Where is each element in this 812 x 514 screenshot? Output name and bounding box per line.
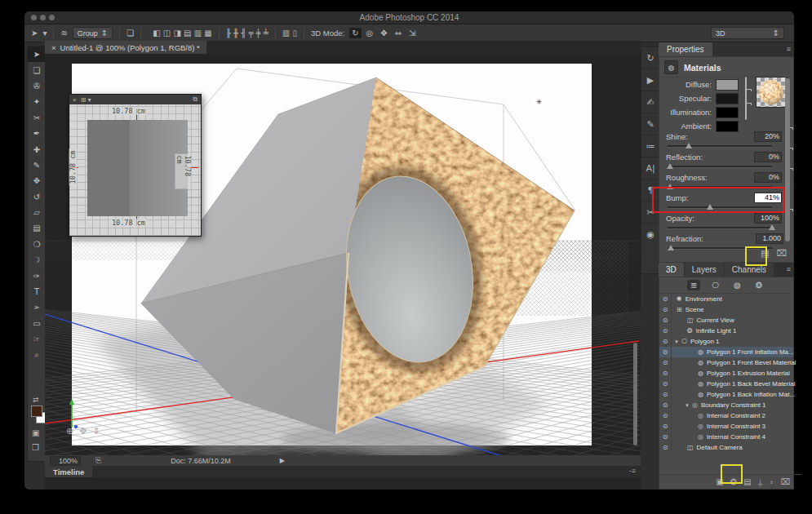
tool-button[interactable]: ➢ <box>28 299 46 315</box>
visibility-eye-icon[interactable]: ⊙ <box>659 368 672 379</box>
scene-tree-row[interactable]: ⊙ ◍ Polygon 1 Back Inflation Mat... <box>659 389 793 400</box>
dock-panel-icon[interactable]: ↻ <box>641 47 659 69</box>
visibility-eye-icon[interactable]: ⊙ <box>659 347 672 357</box>
scene-tree-row[interactable]: ⊙ ⊞ Scene <box>659 304 793 315</box>
mode-icon[interactable]: ◎ <box>364 28 376 38</box>
slider-thumb[interactable] <box>686 143 692 148</box>
scene-filter-icon[interactable]: ⎔ <box>708 280 722 290</box>
mode-icon[interactable]: ⇔ <box>393 28 404 38</box>
mode-icon[interactable]: ↻ <box>349 28 361 38</box>
export-icon[interactable]: ⎘ <box>95 456 101 465</box>
swap-view-icon[interactable]: ⧉ <box>193 95 197 104</box>
tool-button[interactable]: T <box>28 284 46 299</box>
visibility-eye-icon[interactable]: ⊙ <box>659 357 672 368</box>
color-swatch[interactable] <box>716 121 739 132</box>
slider-thumb[interactable] <box>769 224 775 230</box>
scene-filter-icon[interactable]: ◍ <box>730 280 744 290</box>
move-tool-icon[interactable]: ➤ <box>31 29 38 38</box>
tool-button[interactable]: ☽ <box>28 252 46 268</box>
tool-button[interactable]: ↺ <box>28 189 46 205</box>
view-menu-icon[interactable]: ⊞ ▾ <box>81 96 91 104</box>
tool-button[interactable]: ✦ <box>28 94 46 109</box>
tool-button[interactable]: ☞ <box>28 331 46 347</box>
visibility-eye-icon[interactable]: ⊙ <box>659 442 672 453</box>
visibility-eye-icon[interactable]: ⊙ <box>659 294 672 304</box>
scene-filter-icon[interactable]: ❂ <box>752 280 765 290</box>
texture-menu-icon[interactable] <box>745 105 747 120</box>
scene-tree-row[interactable]: ⊙ ✺ Environment <box>659 294 793 304</box>
scene-tree-row[interactable]: ⊙ ◍ Polygon 1 Front Inflation Ma... <box>659 347 793 357</box>
quick-mask-icon[interactable]: ▣ <box>32 428 39 437</box>
tool-button[interactable]: ⌕ <box>28 347 46 362</box>
infinite-light-widget[interactable]: ✳ <box>532 95 546 109</box>
slider-track[interactable] <box>668 145 772 148</box>
orbit-view-icon[interactable]: ⊕ <box>66 426 73 436</box>
mode-icon[interactable]: ⇲ <box>406 28 418 38</box>
slider-value-field[interactable]: 20% <box>754 131 782 142</box>
visibility-eye-icon[interactable]: ⊙ <box>659 315 672 326</box>
dock-panel-icon[interactable]: ✍ <box>641 91 659 113</box>
material-preview-sphere[interactable] <box>756 77 787 108</box>
view-control-icons[interactable]: ⊕ ✥ ⇕ <box>66 426 100 436</box>
mode-icon[interactable]: ✥ <box>378 28 389 38</box>
slider-value-field[interactable]: 100% <box>754 213 782 224</box>
visibility-eye-icon[interactable]: ⊙ <box>659 400 672 410</box>
screen-mode-icon[interactable]: ❐ <box>32 443 39 452</box>
panel-tab[interactable]: 3D <box>659 263 684 277</box>
color-swatch[interactable] <box>716 93 739 104</box>
status-options-arrow-icon[interactable]: ▶ <box>280 457 285 464</box>
dock-panel-icon[interactable]: A| <box>641 157 659 179</box>
zoom-level-field[interactable]: 100% <box>50 456 81 466</box>
properties-tab[interactable]: Properties <box>659 42 712 56</box>
document-tab[interactable]: × Untitled-1 @ 100% (Polygon 1, RGB/8) * <box>45 41 206 54</box>
tool-button[interactable]: ✚ <box>28 141 46 157</box>
scene-tree-row[interactable]: ⊙ ▼ ◎ Boundary Constraint 1 <box>659 400 793 410</box>
tool-button[interactable]: ✥ <box>28 173 46 188</box>
tool-button[interactable]: ✑ <box>28 268 46 283</box>
distribute-icons[interactable]: ╟ ╫ ╢ ╤ ╪ ╧ <box>226 29 268 38</box>
color-swatch[interactable] <box>716 79 739 91</box>
visibility-eye-icon[interactable]: ⊙ <box>659 432 672 442</box>
visibility-eye-icon[interactable]: ⊙ <box>659 389 672 400</box>
footer-icon[interactable]: ⌧ <box>776 248 787 259</box>
visibility-eye-icon[interactable]: ⊙ <box>659 326 672 336</box>
tool-button[interactable]: ✎ <box>28 157 46 173</box>
scene-tree-row[interactable]: ⊙ ◍ Polygon 1 Extrusion Material <box>659 368 793 379</box>
tool-button[interactable]: ❍ <box>28 237 46 252</box>
scene-tree-row[interactable]: ⊙ ❂ Infinite Light 1 <box>659 326 793 336</box>
visibility-eye-icon[interactable]: ⊙ <box>659 304 672 315</box>
dock-panel-icon[interactable]: ✎ <box>641 113 659 135</box>
footer-icon[interactable]: ⌧ <box>780 477 790 487</box>
secondary-view-header[interactable]: × ⊞ ▾ ⧉ <box>69 95 201 104</box>
tool-dropdown-arrow-icon[interactable]: ▾ <box>42 29 47 38</box>
scene-tree-row[interactable]: ⊙ ◍ Polygon 1 Front Bevel Material <box>659 357 793 368</box>
slider-track[interactable] <box>668 227 772 229</box>
foreground-color-swatch[interactable] <box>31 405 42 417</box>
scene-tree-row[interactable]: ⊙ ▼ ⎔ Polygon 1 <box>659 336 793 347</box>
footer-icon[interactable]: ▤ <box>743 477 751 487</box>
scene-filter-icon[interactable]: ≣ <box>687 280 700 290</box>
dock-panel-icon[interactable]: ≔ <box>641 135 659 157</box>
visibility-eye-icon[interactable]: ⊙ <box>659 421 672 432</box>
expander-icon[interactable]: ▼ <box>685 403 690 408</box>
panel-tab[interactable]: Layers <box>685 263 724 277</box>
timeline-menu-icon[interactable]: -≡ <box>629 467 636 475</box>
scene-tree-row[interactable]: ⊙ ◍ Polygon 1 Back Bevel Material <box>659 379 793 389</box>
tool-button[interactable]: ➤ <box>28 47 46 62</box>
scene-tree-row[interactable]: ⊙ ◫ Current View <box>659 315 793 326</box>
slider-value-field[interactable]: 1.000 <box>756 233 783 244</box>
tool-button[interactable]: ✇ <box>28 78 46 94</box>
close-icon[interactable]: × <box>73 96 77 104</box>
footer-icon[interactable]: ⍊ <box>757 477 762 487</box>
footer-icon[interactable]: ⍖ <box>769 477 774 487</box>
properties-scrollbar[interactable] <box>785 78 790 241</box>
color-swatch[interactable] <box>716 107 739 118</box>
transform-controls-icon[interactable]: ❏ <box>126 29 134 38</box>
tool-button[interactable]: ▱ <box>28 205 46 220</box>
slider-thumb[interactable] <box>668 245 674 250</box>
slider-value-field[interactable]: 0% <box>754 172 782 183</box>
auto-select-icon[interactable]: ≋ <box>60 29 67 38</box>
tool-button[interactable]: ✒ <box>28 126 46 141</box>
visibility-eye-icon[interactable]: ⊙ <box>659 336 672 347</box>
scene-tree-row[interactable]: ⊙ ◎ Internal Constraint 4 <box>659 432 793 442</box>
